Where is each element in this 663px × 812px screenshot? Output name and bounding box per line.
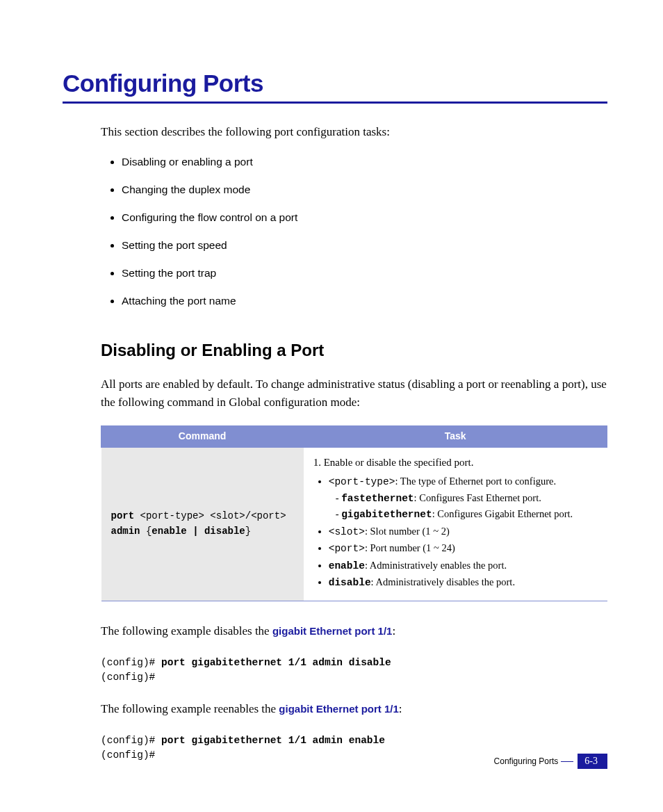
code: gigabitethernet	[341, 509, 432, 520]
text: : Port number (1 ~ 24)	[365, 542, 455, 553]
table-row: port <port-type> <slot>/<port> admin {en…	[101, 448, 607, 601]
code: enable	[329, 560, 365, 571]
task-item: <port>: Port number (1 ~ 24)	[329, 540, 598, 556]
th-task: Task	[304, 426, 607, 448]
task-item: <slot>: Slot number (1 ~ 2)	[329, 523, 598, 539]
list-item: Setting the port trap	[122, 265, 607, 282]
cmd-keyword: port	[111, 510, 135, 521]
task-item: <port-type>: The type of Ethernet port t…	[329, 473, 598, 522]
title-rule	[63, 102, 607, 104]
cmd-arg: <port>	[251, 510, 286, 521]
example-intro-1: The following example disables the gigab…	[101, 622, 607, 640]
text: The following example reenables the	[101, 702, 279, 715]
list-item: Disabling or enabling a port	[122, 154, 607, 170]
cmd-brace: {	[140, 526, 152, 537]
code: fastethernet	[341, 493, 414, 504]
command-cell: port <port-type> <slot>/<port> admin {en…	[101, 448, 304, 601]
list-item: Configuring the flow control on a port	[122, 209, 607, 226]
intro-paragraph: This section describes the following por…	[101, 123, 607, 141]
cmd-sep: /	[245, 510, 251, 521]
command: port gigabitethernet 1/1 admin enable	[161, 735, 385, 746]
task-lead: 1. Enable or disable the specified port.	[313, 455, 598, 471]
task-list: Disabling or enabling a port Changing th…	[101, 154, 607, 309]
cmd-brace: }	[245, 526, 251, 537]
text: : Configures Gigabit Ethernet port.	[432, 508, 573, 519]
task-item: disable: Administratively disables the p…	[329, 574, 598, 590]
list-item: Attaching the port name	[122, 293, 607, 309]
text: :	[399, 702, 402, 715]
list-item: Setting the port speed	[122, 237, 607, 254]
th-command: Command	[101, 426, 304, 448]
code: <port>	[329, 543, 365, 554]
task-cell: 1. Enable or disable the specified port.…	[304, 448, 607, 601]
emphasis: gigabit Ethernet port 1/1	[279, 703, 399, 715]
body-section: This section describes the following por…	[101, 123, 607, 763]
text: The following example disables the	[101, 624, 272, 638]
code: <slot>	[329, 526, 365, 537]
code-example-1: (config)# port gigabitethernet 1/1 admin…	[101, 656, 607, 685]
document-page: Configuring Ports This section describes…	[0, 0, 663, 763]
cmd-keyword: admin	[111, 526, 140, 537]
prompt: (config)#	[101, 735, 161, 746]
page-number: 6-3	[578, 754, 607, 769]
emphasis: gigabit Ethernet port 1/1	[272, 625, 393, 637]
text: : Administratively disables the port.	[371, 576, 515, 587]
command-table: Command Task port <port-type> <slot>/<po…	[101, 425, 607, 601]
code: <port-type>	[329, 476, 395, 487]
text: : Slot number (1 ~ 2)	[365, 526, 450, 537]
task-item: enable: Administratively enables the por…	[329, 558, 598, 574]
page-title: Configuring Ports	[63, 70, 607, 97]
footer-dash-icon	[561, 761, 573, 762]
text: : Configures Fast Ethernet port.	[414, 492, 541, 503]
code: disable	[329, 577, 371, 588]
cmd-keyword: enable | disable	[152, 526, 245, 537]
example-intro-2: The following example reenables the giga…	[101, 700, 607, 718]
command: port gigabitethernet 1/1 admin disable	[161, 657, 391, 668]
prompt: (config)#	[101, 749, 155, 761]
page-footer: Configuring Ports 6-3	[494, 754, 607, 769]
cmd-arg: <port-type> <slot>	[134, 510, 245, 521]
subheading: Disabling or Enabling a Port	[101, 337, 607, 363]
text: :	[392, 624, 395, 638]
list-item: Changing the duplex mode	[122, 181, 607, 198]
prompt: (config)#	[101, 657, 161, 668]
text: : The type of Ethernet port to configure…	[395, 476, 556, 487]
sub-intro-paragraph: All ports are enabled by default. To cha…	[101, 375, 607, 412]
prompt: (config)#	[101, 672, 155, 683]
footer-text: Configuring Ports	[494, 756, 559, 766]
text: : Administratively enables the port.	[365, 560, 507, 571]
